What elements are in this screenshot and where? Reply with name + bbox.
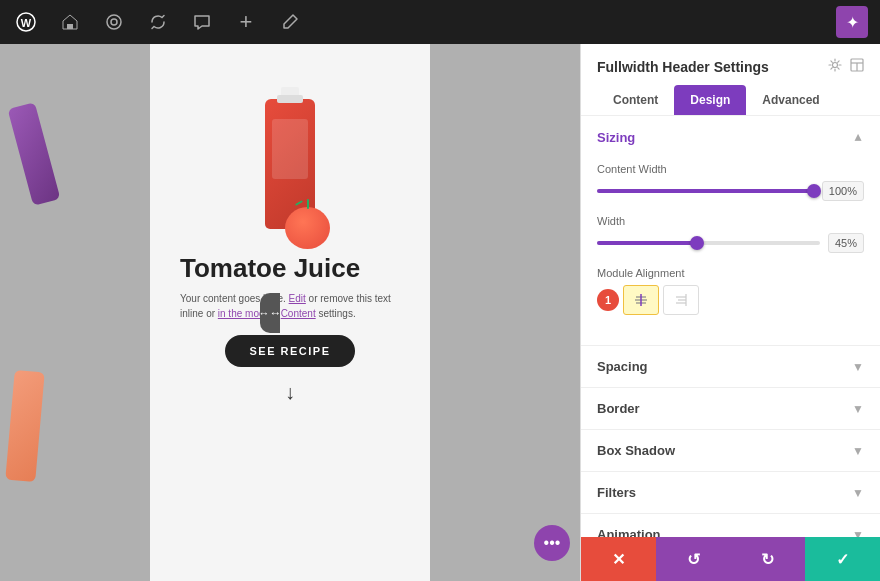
panel-title-icons bbox=[828, 58, 864, 75]
settings-panel: Fullwidth Header Settings bbox=[580, 44, 880, 581]
toolbar: W + ✦ bbox=[0, 0, 880, 44]
sizing-section-content: Content Width 100% Width bbox=[581, 159, 880, 345]
sizing-chevron-icon: ▼ bbox=[852, 131, 864, 145]
svg-point-4 bbox=[111, 19, 117, 25]
sizing-section: Sizing ▼ Content Width 100% bbox=[581, 116, 880, 346]
tab-content[interactable]: Content bbox=[597, 85, 674, 115]
cancel-button[interactable]: ✕ bbox=[581, 537, 656, 581]
product-title: Tomatoe Juice bbox=[180, 254, 400, 283]
border-section-title: Border bbox=[597, 401, 640, 416]
animation-chevron-icon: ▼ bbox=[852, 528, 864, 538]
decorative-bottle-purple bbox=[8, 102, 61, 206]
preview-content: Tomatoe Juice Your content goes here. Ed… bbox=[150, 44, 430, 424]
content-width-value: 100% bbox=[822, 181, 864, 201]
panel-title-row: Fullwidth Header Settings bbox=[597, 58, 864, 75]
product-description: Your content goes here. Edit or remove t… bbox=[180, 291, 400, 321]
content-width-label: Content Width bbox=[597, 163, 864, 175]
save-button[interactable]: ✓ bbox=[805, 537, 880, 581]
scroll-arrow: ↓ bbox=[180, 381, 400, 404]
panel-body: Sizing ▼ Content Width 100% bbox=[581, 116, 880, 537]
animation-section-header[interactable]: Animation ▼ bbox=[581, 514, 880, 537]
preview-text-area: Tomatoe Juice Your content goes here. Ed… bbox=[170, 254, 410, 404]
svg-point-5 bbox=[833, 63, 838, 68]
svg-text:W: W bbox=[21, 17, 32, 29]
paint-icon[interactable] bbox=[100, 8, 128, 36]
content-width-slider[interactable] bbox=[597, 189, 814, 193]
filters-chevron-icon: ▼ bbox=[852, 486, 864, 500]
undo-button[interactable]: ↺ bbox=[656, 537, 731, 581]
float-action-button[interactable]: ••• bbox=[534, 525, 570, 561]
spacing-chevron-icon: ▼ bbox=[852, 360, 864, 374]
module-alignment-label: Module Alignment bbox=[597, 267, 864, 279]
sizing-section-title: Sizing bbox=[597, 130, 635, 145]
step-badge[interactable]: 1 bbox=[597, 289, 619, 311]
spacing-section: Spacing ▼ bbox=[581, 346, 880, 388]
dots-icon: ••• bbox=[544, 534, 561, 552]
content-width-row: Content Width 100% bbox=[597, 163, 864, 201]
svg-point-3 bbox=[107, 15, 121, 29]
cancel-icon: ✕ bbox=[612, 550, 625, 569]
panel-footer: ✕ ↺ ↻ ✓ bbox=[581, 537, 880, 581]
content-width-slider-row: 100% bbox=[597, 181, 864, 201]
tab-advanced[interactable]: Advanced bbox=[746, 85, 835, 115]
main-area: Tomatoe Juice Your content goes here. Ed… bbox=[0, 44, 880, 581]
border-section: Border ▼ bbox=[581, 388, 880, 430]
width-thumb[interactable] bbox=[690, 236, 704, 250]
alignment-buttons: 1 bbox=[597, 285, 864, 315]
animation-section: Animation ▼ bbox=[581, 514, 880, 537]
save-icon: ✓ bbox=[836, 550, 849, 569]
panel-header: Fullwidth Header Settings bbox=[581, 44, 880, 116]
filters-section-header[interactable]: Filters ▼ bbox=[581, 472, 880, 513]
refresh-icon[interactable] bbox=[144, 8, 172, 36]
content-width-fill bbox=[597, 189, 814, 193]
border-section-header[interactable]: Border ▼ bbox=[581, 388, 880, 429]
resize-handle[interactable]: ↔ bbox=[260, 293, 280, 333]
sizing-section-header[interactable]: Sizing ▼ bbox=[581, 116, 880, 159]
filters-section: Filters ▼ bbox=[581, 472, 880, 514]
module-alignment-row: Module Alignment 1 bbox=[597, 267, 864, 315]
box-shadow-section: Box Shadow ▼ bbox=[581, 430, 880, 472]
settings-icon[interactable] bbox=[828, 58, 842, 75]
comment-icon[interactable] bbox=[188, 8, 216, 36]
layout-icon[interactable] bbox=[850, 58, 864, 75]
panel-tabs: Content Design Advanced bbox=[597, 85, 864, 115]
animation-section-title: Animation bbox=[597, 527, 661, 537]
product-image-area bbox=[170, 54, 410, 254]
box-shadow-section-title: Box Shadow bbox=[597, 443, 675, 458]
cta-button[interactable]: SEE RECIPE bbox=[225, 335, 354, 367]
box-shadow-chevron-icon: ▼ bbox=[852, 444, 864, 458]
panel-title-text: Fullwidth Header Settings bbox=[597, 59, 769, 75]
home-icon[interactable] bbox=[56, 8, 84, 36]
content-width-thumb[interactable] bbox=[807, 184, 821, 198]
width-row: Width 45% bbox=[597, 215, 864, 253]
spacing-section-header[interactable]: Spacing ▼ bbox=[581, 346, 880, 387]
decorative-bottle-salmon bbox=[5, 370, 44, 482]
width-label: Width bbox=[597, 215, 864, 227]
add-icon[interactable]: + bbox=[232, 8, 260, 36]
svg-rect-2 bbox=[67, 24, 73, 29]
width-slider[interactable] bbox=[597, 241, 820, 245]
filters-section-title: Filters bbox=[597, 485, 636, 500]
align-center-button[interactable] bbox=[623, 285, 659, 315]
divi-star-icon[interactable]: ✦ bbox=[836, 6, 868, 38]
redo-button[interactable]: ↻ bbox=[731, 537, 806, 581]
width-fill bbox=[597, 241, 697, 245]
canvas: Tomatoe Juice Your content goes here. Ed… bbox=[0, 44, 580, 581]
pen-icon[interactable] bbox=[276, 8, 304, 36]
align-right-button[interactable] bbox=[663, 285, 699, 315]
page-preview: Tomatoe Juice Your content goes here. Ed… bbox=[150, 44, 430, 581]
spacing-section-title: Spacing bbox=[597, 359, 648, 374]
width-value: 45% bbox=[828, 233, 864, 253]
tab-design[interactable]: Design bbox=[674, 85, 746, 115]
border-chevron-icon: ▼ bbox=[852, 402, 864, 416]
undo-icon: ↺ bbox=[687, 550, 700, 569]
wordpress-icon[interactable]: W bbox=[12, 8, 40, 36]
box-shadow-section-header[interactable]: Box Shadow ▼ bbox=[581, 430, 880, 471]
width-slider-row: 45% bbox=[597, 233, 864, 253]
redo-icon: ↻ bbox=[761, 550, 774, 569]
